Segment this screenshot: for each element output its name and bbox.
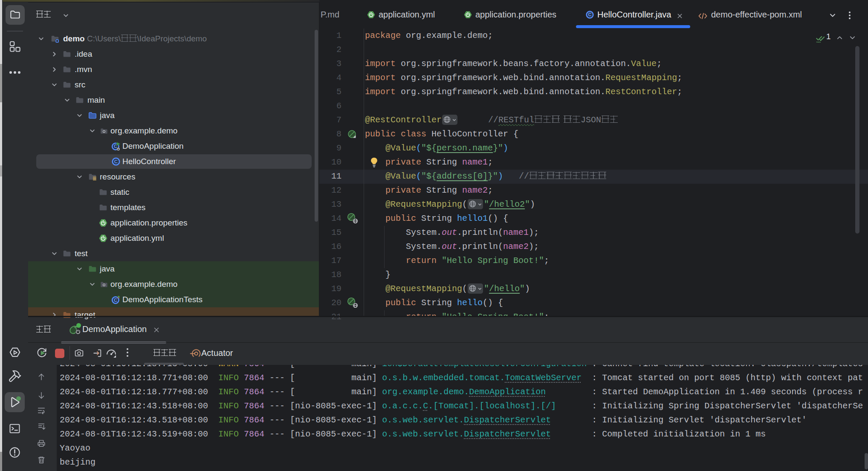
svg-text:C: C	[114, 159, 118, 164]
svg-text:C: C	[114, 298, 117, 303]
svg-text:C: C	[588, 12, 592, 17]
